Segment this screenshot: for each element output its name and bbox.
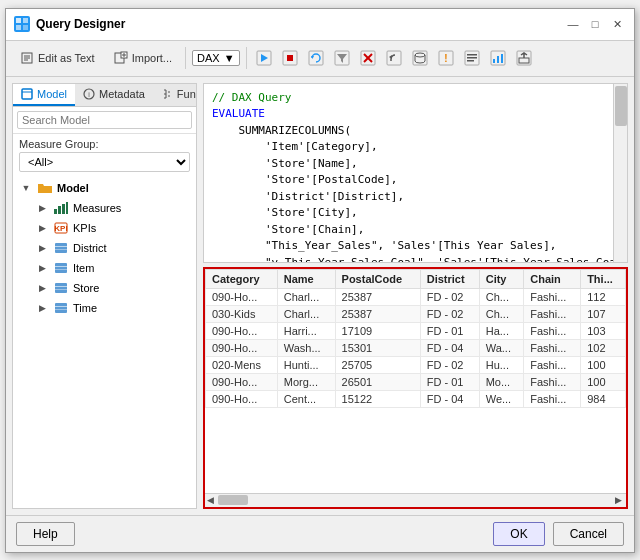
tab-model[interactable]: Model — [13, 84, 75, 106]
item-expander: ▶ — [35, 261, 49, 275]
scrollbar-thumb — [615, 86, 627, 126]
results-table: Category Name PostalCode District City C… — [205, 269, 626, 408]
table-cell: 25705 — [335, 356, 420, 373]
query-text-area[interactable]: // DAX Query EVALUATE SUMMARIZECOLUMNS( … — [204, 84, 627, 262]
table-wrapper[interactable]: Category Name PostalCode District City C… — [205, 269, 626, 493]
edit-icon — [19, 50, 35, 66]
svg-rect-0 — [16, 18, 21, 23]
svg-rect-41 — [62, 204, 65, 214]
edit-as-text-label: Edit as Text — [38, 52, 95, 64]
table-row[interactable]: 090-Ho...Wash...15301FD - 04Wa...Fashi..… — [206, 339, 626, 356]
results-tbody: 090-Ho...Charl...25387FD - 02Ch...Fashi.… — [206, 288, 626, 407]
tree-item-kpis[interactable]: ▶ KPI KPIs — [13, 218, 196, 238]
undo-button[interactable] — [383, 47, 405, 69]
tree-item-store[interactable]: ▶ Store — [13, 278, 196, 298]
col-category[interactable]: Category — [206, 269, 278, 288]
toolbar-separator-2 — [246, 47, 247, 69]
warning-button[interactable]: ! — [435, 47, 457, 69]
col-city[interactable]: City — [479, 269, 524, 288]
export-button[interactable] — [513, 47, 535, 69]
measures-icon — [53, 200, 69, 216]
help-button[interactable]: Help — [16, 522, 75, 546]
cancel-button[interactable]: Cancel — [553, 522, 624, 546]
tree-item-item[interactable]: ▶ Item — [13, 258, 196, 278]
svg-rect-31 — [493, 59, 495, 63]
maximize-button[interactable]: □ — [586, 15, 604, 33]
table-cell: Fashi... — [524, 339, 581, 356]
edit-as-text-button[interactable]: Edit as Text — [12, 47, 102, 69]
table-cell: FD - 01 — [420, 322, 479, 339]
cancel-query-button[interactable] — [279, 47, 301, 69]
svg-rect-2 — [16, 25, 21, 30]
table-row[interactable]: 090-Ho...Charl...25387FD - 02Ch...Fashi.… — [206, 288, 626, 305]
svg-rect-54 — [55, 303, 67, 313]
import-button[interactable]: Import... — [106, 47, 179, 69]
tree-root[interactable]: ▼ Model — [13, 178, 196, 198]
table-cell: 100 — [581, 373, 626, 390]
toolbar-separator-1 — [185, 47, 186, 69]
table-row[interactable]: 020-MensHunti...25705FD - 02Hu...Fashi..… — [206, 356, 626, 373]
time-label: Time — [73, 302, 190, 314]
table-cell: 15301 — [335, 339, 420, 356]
footer: Help OK Cancel — [6, 515, 634, 552]
tree-item-district[interactable]: ▶ District — [13, 238, 196, 258]
svg-rect-28 — [467, 57, 477, 59]
table-row[interactable]: 030-KidsCharl...25387FD - 02Ch...Fashi..… — [206, 305, 626, 322]
minimize-button[interactable]: — — [564, 15, 582, 33]
window-icon — [14, 16, 30, 32]
col-district[interactable]: District — [420, 269, 479, 288]
table-cell: Fashi... — [524, 322, 581, 339]
kpis-icon: KPI — [53, 220, 69, 236]
tree-item-measures[interactable]: ▶ Measures — [13, 198, 196, 218]
scroll-left-icon[interactable]: ◀ — [207, 495, 214, 505]
model-icon — [21, 88, 33, 100]
col-chain[interactable]: Chain — [524, 269, 581, 288]
ok-button[interactable]: OK — [493, 522, 544, 546]
properties-button[interactable] — [461, 47, 483, 69]
svg-text:!: ! — [444, 53, 447, 64]
tab-metadata[interactable]: i Metadata — [75, 84, 153, 106]
table-cell: 107 — [581, 305, 626, 322]
dax-dropdown[interactable]: DAX ▼ — [192, 50, 240, 66]
col-postalcode[interactable]: PostalCode — [335, 269, 420, 288]
svg-rect-52 — [55, 286, 67, 287]
close-button[interactable]: ✕ — [608, 15, 626, 33]
query-scrollbar[interactable] — [613, 84, 627, 262]
svg-rect-50 — [55, 269, 67, 270]
tab-functions-label: Functions — [177, 88, 197, 100]
scroll-right-icon[interactable]: ▶ — [615, 495, 622, 505]
table-row[interactable]: 090-Ho...Morg...26501FD - 01Mo...Fashi..… — [206, 373, 626, 390]
svg-rect-42 — [66, 202, 68, 214]
chart-button[interactable] — [487, 47, 509, 69]
table-cell: Wash... — [277, 339, 335, 356]
svg-rect-56 — [55, 309, 67, 310]
run-query-button[interactable] — [253, 47, 275, 69]
measure-group-select[interactable]: <All> — [19, 152, 190, 172]
table-cell: FD - 04 — [420, 339, 479, 356]
svg-rect-1 — [23, 18, 28, 23]
tree-view: ▼ Model ▶ — [13, 176, 196, 508]
horizontal-scrollbar[interactable]: ◀ ▶ — [205, 493, 626, 507]
table-row[interactable]: 090-Ho...Cent...15122FD - 04We...Fashi..… — [206, 390, 626, 407]
svg-rect-36 — [22, 89, 32, 99]
table-cell: Ha... — [479, 322, 524, 339]
table-cell: FD - 02 — [420, 288, 479, 305]
title-controls: — □ ✕ — [564, 15, 626, 33]
svg-rect-14 — [309, 51, 323, 65]
svg-rect-29 — [467, 60, 474, 62]
table-row[interactable]: 090-Ho...Harri...17109FD - 01Ha...Fashi.… — [206, 322, 626, 339]
search-input[interactable] — [17, 111, 192, 129]
main-content: Model i Metadata Functions — [6, 77, 634, 515]
svg-rect-40 — [58, 206, 61, 214]
col-thi[interactable]: Thi... — [581, 269, 626, 288]
table-cell: Fashi... — [524, 356, 581, 373]
filter-button[interactable] — [331, 47, 353, 69]
refresh-button[interactable] — [305, 47, 327, 69]
col-name[interactable]: Name — [277, 269, 335, 288]
delete-button[interactable] — [357, 47, 379, 69]
tree-item-time[interactable]: ▶ Time — [13, 298, 196, 318]
tab-functions[interactable]: Functions — [153, 84, 197, 106]
datasource-button[interactable] — [409, 47, 431, 69]
model-folder-icon — [37, 180, 53, 196]
svg-rect-45 — [55, 243, 67, 253]
